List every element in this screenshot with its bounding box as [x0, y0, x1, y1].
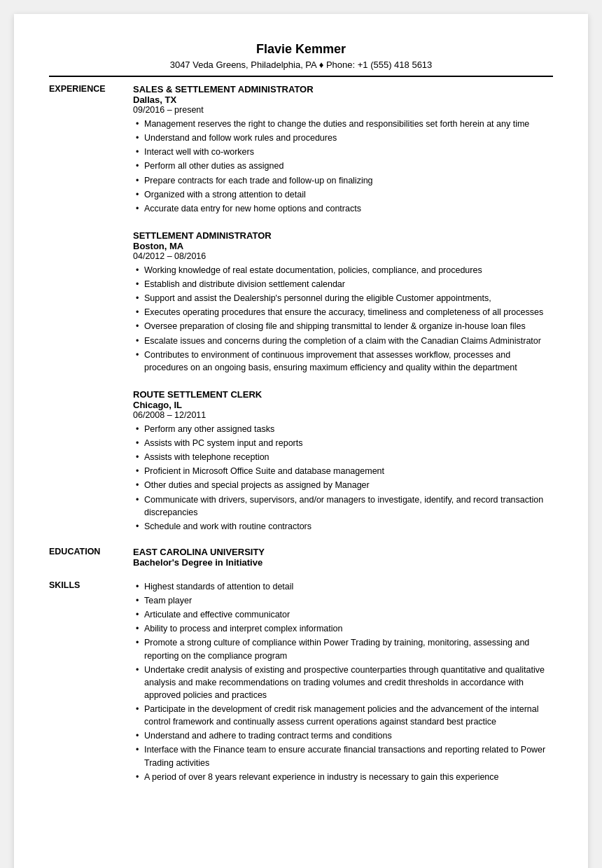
- job-1-title: SALES & SETTLEMENT ADMINISTRATOR: [133, 84, 553, 94]
- resume-header: Flavie Kemmer 3047 Veda Greens, Philadel…: [49, 42, 553, 77]
- list-item: Interface with the Finance team to ensur…: [133, 743, 553, 769]
- list-item: Escalate issues and concerns during the …: [133, 335, 553, 347]
- list-item: Interact well with co-workers: [133, 146, 553, 158]
- school-name: EAST CAROLINA UNIVERSITY: [133, 547, 553, 557]
- education-content: EAST CAROLINA UNIVERSITY Bachelor's Degr…: [133, 547, 553, 568]
- job-3-dates: 06/2008 – 12/2011: [133, 410, 553, 420]
- list-item: Accurate data entry for new home options…: [133, 202, 553, 215]
- resume-page: Flavie Kemmer 3047 Veda Greens, Philadel…: [14, 14, 588, 868]
- degree-name: Bachelor's Degree in Initiative: [133, 557, 553, 568]
- experience-section: EXPERIENCE SALES & SETTLEMENT ADMINISTRA…: [49, 84, 553, 534]
- list-item: Prepare contracts for each trade and fol…: [133, 174, 553, 187]
- job-1-location: Dallas, TX: [133, 94, 553, 105]
- list-item: Management reserves the right to change …: [133, 118, 553, 130]
- job-2-title: SETTLEMENT ADMINISTRATOR: [133, 230, 553, 241]
- list-item: Other duties and special projects as ass…: [133, 479, 553, 491]
- skills-section: SKILLS Highest standards of attention to…: [49, 580, 553, 785]
- list-item: Proficient in Microsoft Office Suite and…: [133, 465, 553, 477]
- list-item: Working knowledge of real estate documen…: [133, 264, 553, 276]
- job-3: ROUTE SETTLEMENT CLERK Chicago, IL 06/20…: [133, 389, 553, 533]
- list-item: Team player: [133, 594, 553, 607]
- experience-label: EXPERIENCE: [49, 84, 133, 534]
- list-item: Understand and adhere to trading contrac…: [133, 729, 553, 742]
- list-item: A period of over 8 years relevant experi…: [133, 771, 553, 783]
- list-item: Oversee preparation of closing file and …: [133, 320, 553, 332]
- job-2-dates: 04/2012 – 08/2016: [133, 251, 553, 261]
- list-item: Contributes to environment of continuous…: [133, 349, 553, 374]
- job-3-title: ROUTE SETTLEMENT CLERK: [133, 389, 553, 400]
- list-item: Understand and follow work rules and pro…: [133, 132, 553, 144]
- education-label: EDUCATION: [49, 547, 133, 568]
- skills-bullets: Highest standards of attention to detail…: [133, 580, 553, 783]
- job-3-location: Chicago, IL: [133, 400, 553, 410]
- job-2: SETTLEMENT ADMINISTRATOR Boston, MA 04/2…: [133, 230, 553, 374]
- list-item: Perform any other assigned tasks: [133, 423, 553, 435]
- job-2-location: Boston, MA: [133, 241, 553, 251]
- skills-content: Highest standards of attention to detail…: [133, 580, 553, 785]
- list-item: Communicate with drivers, supervisors, a…: [133, 493, 553, 519]
- job-1-dates: 09/2016 – present: [133, 105, 553, 115]
- job-1: SALES & SETTLEMENT ADMINISTRATOR Dallas,…: [133, 84, 553, 215]
- list-item: Organized with a strong attention to det…: [133, 188, 553, 201]
- list-item: Ability to process and interpret complex…: [133, 622, 553, 635]
- job-2-bullets: Working knowledge of real estate documen…: [133, 264, 553, 374]
- list-item: Assists with PC system input and reports: [133, 437, 553, 449]
- list-item: Highest standards of attention to detail: [133, 580, 553, 593]
- experience-content: SALES & SETTLEMENT ADMINISTRATOR Dallas,…: [133, 84, 553, 534]
- list-item: Participate in the development of credit…: [133, 703, 553, 728]
- list-item: Articulate and effective communicator: [133, 608, 553, 621]
- skills-label: SKILLS: [49, 580, 133, 785]
- list-item: Schedule and work with routine contracto…: [133, 520, 553, 533]
- list-item: Undertake credit analysis of existing an…: [133, 664, 553, 701]
- candidate-name: Flavie Kemmer: [49, 42, 553, 57]
- education-section: EDUCATION EAST CAROLINA UNIVERSITY Bache…: [49, 547, 553, 568]
- job-1-bullets: Management reserves the right to change …: [133, 118, 553, 215]
- list-item: Executes operating procedures that ensur…: [133, 306, 553, 318]
- list-item: Establish and distribute division settle…: [133, 278, 553, 290]
- list-item: Support and assist the Dealership's pers…: [133, 292, 553, 304]
- list-item: Assists with telephone reception: [133, 451, 553, 463]
- list-item: Promote a strong culture of compliance w…: [133, 636, 553, 662]
- job-3-bullets: Perform any other assigned tasks Assists…: [133, 423, 553, 533]
- list-item: Perform all other duties as assigned: [133, 160, 553, 172]
- candidate-contact: 3047 Veda Greens, Philadelphia, PA ♦ Pho…: [49, 59, 553, 70]
